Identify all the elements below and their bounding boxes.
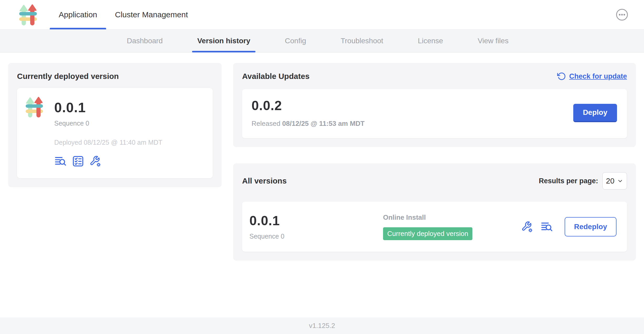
subnav-tab-config[interactable]: Config [276, 30, 315, 52]
release-notes-button[interactable] [54, 155, 67, 167]
subnav-tab-license-label: License [418, 37, 443, 45]
kots-version-label: v1.125.2 [309, 322, 335, 330]
ellipsis-circle-icon [616, 8, 628, 21]
available-updates-title: Available Updates [242, 72, 309, 81]
results-per-page: Results per page: 20 [539, 172, 627, 190]
install-type-label: Online Install [383, 213, 521, 222]
tab-cluster-management[interactable]: Cluster Management [106, 0, 197, 29]
chevron-down-icon [617, 178, 623, 184]
deploy-button[interactable]: Deploy [573, 104, 617, 122]
version-row-info: 0.0.1 Sequence 0 [249, 213, 383, 240]
tab-application-label: Application [59, 10, 97, 19]
app-logo-icon [17, 4, 39, 26]
available-update-info: 0.0.2 Released 08/12/25 @ 11:53 am MDT [252, 98, 365, 128]
all-versions-title: All versions [242, 176, 287, 185]
left-column: Currently deployed version 0.0.1 [8, 63, 222, 187]
results-per-page-value: 20 [606, 177, 614, 185]
row-version-number: 0.0.1 [249, 213, 383, 228]
redeploy-button[interactable]: Redeploy [565, 217, 616, 236]
tab-application[interactable]: Application [50, 0, 106, 29]
app-logo-icon [24, 95, 45, 119]
app-footer: v1.125.2 [0, 317, 644, 334]
currently-deployed-details: 0.0.1 Sequence 0 Deployed 08/12/25 @ 11:… [54, 95, 162, 167]
config-icon [521, 221, 533, 233]
check-for-update-label: Check for update [569, 72, 627, 80]
row-config-button[interactable] [521, 221, 533, 233]
released-date: 08/12/25 @ 11:53 am MDT [282, 120, 364, 127]
release-notes-icon [54, 155, 67, 167]
preflight-checks-button[interactable] [72, 155, 84, 167]
subnav-tab-license[interactable]: License [409, 30, 452, 52]
header-spacer [197, 0, 616, 29]
currently-deployed-card: Currently deployed version 0.0.1 [8, 63, 222, 187]
release-notes-icon [541, 221, 553, 233]
config-icon [89, 155, 101, 167]
currently-deployed-title: Currently deployed version [17, 72, 213, 81]
all-versions-card: All versions Results per page: 20 0.0.1 … [233, 163, 636, 261]
subnav-tab-troubleshoot[interactable]: Troubleshoot [332, 30, 392, 52]
right-column: Available Updates Check for update 0.0.2… [233, 63, 636, 261]
subnav-tab-dashboard-label: Dashboard [127, 37, 163, 45]
update-version-number: 0.0.2 [252, 98, 365, 113]
available-updates-header: Available Updates Check for update [242, 72, 627, 81]
available-update-row: 0.0.2 Released 08/12/25 @ 11:53 am MDT D… [242, 89, 627, 138]
header-nav: Application Cluster Management [50, 0, 197, 29]
version-row-status: Online Install Currently deployed versio… [383, 213, 521, 240]
app-logo [17, 0, 39, 29]
version-row: 0.0.1 Sequence 0 Online Install Currentl… [242, 202, 627, 252]
results-per-page-label: Results per page: [539, 177, 598, 185]
currently-deployed-badge: Currently deployed version [383, 227, 472, 240]
released-prefix: Released [252, 120, 280, 127]
main-content: Currently deployed version 0.0.1 [0, 52, 644, 317]
app-header: Application Cluster Management [0, 0, 644, 30]
results-per-page-select[interactable]: 20 [602, 172, 627, 190]
subnav-tab-version-history[interactable]: Version history [188, 30, 259, 52]
subnav-tab-view-files[interactable]: View files [469, 30, 517, 52]
current-version-number: 0.0.1 [54, 100, 162, 115]
subnav-tab-version-history-label: Version history [197, 37, 250, 45]
current-version-actions [54, 155, 162, 167]
tab-cluster-management-label: Cluster Management [115, 10, 188, 19]
version-row-actions: Redeploy [521, 217, 616, 236]
app-subnav: Dashboard Version history Config Trouble… [0, 30, 644, 52]
current-version-sequence: Sequence 0 [54, 120, 162, 127]
available-updates-card: Available Updates Check for update 0.0.2… [233, 63, 636, 147]
all-versions-header: All versions Results per page: 20 [242, 172, 627, 190]
update-released-date: Released 08/12/25 @ 11:53 am MDT [252, 120, 365, 128]
check-for-update-link[interactable]: Check for update [557, 72, 627, 81]
currently-deployed-version-panel: 0.0.1 Sequence 0 Deployed 08/12/25 @ 11:… [17, 88, 213, 178]
current-version-deployed-date: Deployed 08/12/25 @ 11:40 am MDT [54, 139, 162, 146]
subnav-tab-config-label: Config [285, 37, 306, 45]
subnav-tab-view-files-label: View files [478, 37, 509, 45]
preflight-checks-icon [72, 155, 84, 167]
subnav-tab-dashboard[interactable]: Dashboard [118, 30, 172, 52]
config-button[interactable] [89, 155, 101, 167]
overflow-menu-button[interactable] [616, 8, 628, 21]
row-release-notes-button[interactable] [541, 221, 553, 233]
refresh-icon [557, 72, 566, 81]
row-version-sequence: Sequence 0 [249, 233, 383, 240]
subnav-tab-troubleshoot-label: Troubleshoot [341, 37, 383, 45]
